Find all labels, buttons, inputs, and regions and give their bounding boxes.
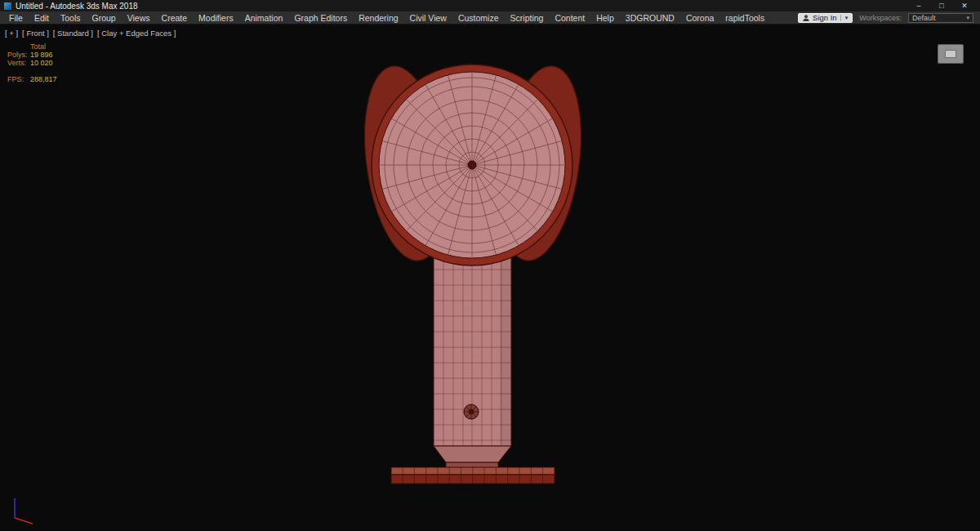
- menu-item-rendering[interactable]: Rendering: [353, 13, 403, 23]
- model-head-center: [468, 161, 476, 169]
- verts-label: Verts:: [7, 59, 30, 67]
- polys-value: 19 896: [30, 51, 53, 59]
- person-icon: [803, 15, 809, 21]
- window-title: Untitled - Autodesk 3ds Max 2018: [16, 2, 138, 11]
- stats-fps-row: FPS: 288,817: [7, 75, 57, 83]
- menu-item-tools[interactable]: Tools: [55, 13, 87, 23]
- viewport-canvas[interactable]: [0, 25, 980, 530]
- polys-label: Polys:: [7, 51, 30, 59]
- menu-bar-right: Sign In ▾ Workspaces: Default ▾: [798, 13, 980, 23]
- window-controls: – □ ✕: [907, 0, 976, 11]
- viewport-label-clay-edged-faces[interactable]: [ Clay + Edged Faces ]: [97, 29, 176, 38]
- menu-item-3dground[interactable]: 3DGROUND: [620, 13, 680, 23]
- viewport-label-front[interactable]: [ Front ]: [22, 29, 49, 38]
- chevron-down-icon: ▾: [966, 15, 969, 21]
- verts-value: 10 020: [30, 59, 53, 67]
- menu-item-rapidtools[interactable]: rapidTools: [719, 13, 770, 23]
- viewport-label-bar: [ + ][ Front ][ Standard ][ Clay + Edged…: [5, 29, 176, 38]
- menu-item-views[interactable]: Views: [122, 13, 156, 23]
- axis-gizmo: [15, 498, 33, 524]
- app-icon: [4, 2, 11, 10]
- sign-in-label: Sign In: [813, 13, 837, 22]
- viewport-label-standard[interactable]: [ Standard ]: [53, 29, 93, 38]
- menu-item-file[interactable]: File: [3, 13, 29, 23]
- sign-in-button[interactable]: Sign In ▾: [798, 13, 853, 23]
- viewcube-face: [945, 50, 956, 58]
- viewport-front[interactable]: [ + ][ Front ][ Standard ][ Clay + Edged…: [0, 25, 980, 530]
- menu-item-corona[interactable]: Corona: [680, 13, 719, 23]
- model-microphone[interactable]: [354, 60, 592, 484]
- fps-value: 288,817: [30, 75, 57, 83]
- model-neck: [434, 446, 511, 462]
- title-bar: Untitled - Autodesk 3ds Max 2018 – □ ✕: [0, 0, 980, 11]
- stats-total-header: Total: [7, 42, 57, 51]
- minimize-button[interactable]: –: [907, 0, 930, 11]
- menu-item-create[interactable]: Create: [156, 13, 194, 23]
- menu-bar-items: FileEditToolsGroupViewsCreateModifiersAn…: [3, 13, 770, 23]
- menu-item-civil-view[interactable]: Civil View: [404, 13, 452, 23]
- workspaces-dropdown[interactable]: Default ▾: [908, 13, 973, 23]
- viewcube[interactable]: [938, 44, 964, 64]
- menu-item-edit[interactable]: Edit: [29, 13, 55, 23]
- viewport-statistics: Total Polys: 19 896 Verts: 10 020 FPS: 2…: [7, 42, 57, 83]
- menu-item-modifiers[interactable]: Modifiers: [193, 13, 239, 23]
- maximize-button[interactable]: □: [930, 0, 953, 11]
- stats-verts-row: Verts: 10 020: [7, 59, 57, 67]
- workspaces-value: Default: [912, 14, 936, 22]
- fps-label: FPS:: [7, 75, 30, 83]
- close-button[interactable]: ✕: [953, 0, 976, 11]
- menu-bar: FileEditToolsGroupViewsCreateModifiersAn…: [0, 11, 980, 25]
- menu-item-group[interactable]: Group: [87, 13, 122, 23]
- menu-item-content[interactable]: Content: [549, 13, 590, 23]
- chevron-down-icon: ▾: [840, 15, 849, 21]
- menu-item-animation[interactable]: Animation: [239, 13, 289, 23]
- menu-item-scripting[interactable]: Scripting: [505, 13, 550, 23]
- menu-item-customize[interactable]: Customize: [452, 13, 505, 23]
- menu-item-help[interactable]: Help: [590, 13, 620, 23]
- workspaces-label: Workspaces:: [859, 14, 902, 22]
- stats-polys-row: Polys: 19 896: [7, 51, 57, 59]
- menu-item-graph-editors[interactable]: Graph Editors: [288, 13, 353, 23]
- viewport-label-[interactable]: [ + ]: [5, 29, 18, 38]
